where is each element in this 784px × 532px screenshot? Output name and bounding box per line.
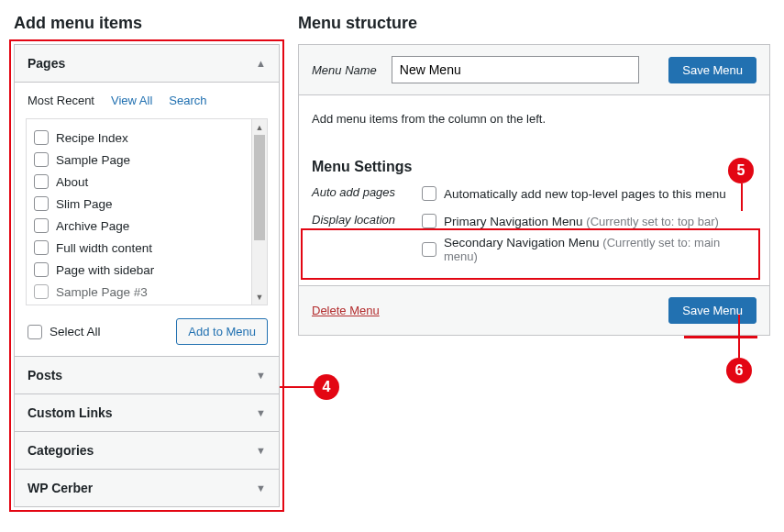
add-items-heading: Add menu items xyxy=(14,14,280,33)
auto-add-label: Auto add pages xyxy=(312,183,403,199)
checkbox[interactable] xyxy=(34,262,49,277)
caret-down-icon: ▼ xyxy=(256,407,266,418)
list-item[interactable]: Recipe Index xyxy=(32,127,246,149)
wp-cerber-header[interactable]: WP Cerber ▼ xyxy=(15,470,279,506)
display-location-label: Display location xyxy=(312,210,403,227)
menu-structure-heading: Menu structure xyxy=(298,14,770,33)
checkbox[interactable] xyxy=(34,130,49,145)
pages-list: Recipe Index Sample Page About Slim Page… xyxy=(27,119,251,305)
save-menu-button-bottom[interactable]: Save Menu xyxy=(668,297,756,324)
delete-menu-link[interactable]: Delete Menu xyxy=(312,304,380,317)
list-item[interactable]: Sample Page xyxy=(32,149,246,171)
scroll-thumb[interactable] xyxy=(254,135,265,240)
list-item[interactable]: Sample Page #3 xyxy=(32,281,246,303)
caret-up-icon: ▲ xyxy=(256,58,266,69)
custom-links-header[interactable]: Custom Links ▼ xyxy=(15,394,279,432)
scroll-up-icon[interactable]: ▲ xyxy=(252,119,267,135)
scrollbar[interactable]: ▲ ▼ xyxy=(251,119,267,305)
checkbox[interactable] xyxy=(34,218,49,233)
caret-down-icon: ▼ xyxy=(256,370,266,381)
checkbox[interactable] xyxy=(34,240,49,255)
list-item[interactable]: About xyxy=(32,171,246,193)
annotation-underline-6 xyxy=(684,336,757,338)
checkbox[interactable] xyxy=(34,174,49,189)
tab-view-all[interactable]: View All xyxy=(111,94,152,107)
annotation-badge-6: 6 xyxy=(726,358,752,383)
checkbox[interactable] xyxy=(34,284,49,299)
auto-add-checkbox-row[interactable]: Automatically add new top-level pages to… xyxy=(420,183,728,205)
tab-most-recent[interactable]: Most Recent xyxy=(28,94,94,107)
empty-message: Add menu items from the column on the le… xyxy=(312,112,756,126)
location-primary-row[interactable]: Primary Navigation Menu (Currently set t… xyxy=(420,210,756,232)
save-menu-button-top[interactable]: Save Menu xyxy=(668,57,756,83)
list-item[interactable]: Page with sidebar xyxy=(32,259,246,281)
posts-header[interactable]: Posts ▼ xyxy=(15,357,279,394)
pages-accordion: Pages ▲ Most Recent View All Search Reci… xyxy=(14,44,280,507)
categories-header[interactable]: Categories ▼ xyxy=(15,432,279,470)
checkbox[interactable] xyxy=(34,196,49,211)
scroll-down-icon[interactable]: ▼ xyxy=(252,289,267,305)
select-all-row[interactable]: Select All xyxy=(26,321,103,343)
checkbox[interactable] xyxy=(422,214,436,228)
list-item[interactable]: Slim Page xyxy=(32,193,246,215)
list-item[interactable]: Full width content xyxy=(32,237,246,259)
caret-down-icon: ▼ xyxy=(256,482,266,493)
checkbox[interactable] xyxy=(422,186,436,201)
checkbox[interactable] xyxy=(422,242,436,257)
menu-edit-panel: Menu Name Save Menu Add menu items from … xyxy=(298,44,770,336)
location-secondary-row[interactable]: Secondary Navigation Menu (Currently set… xyxy=(420,232,756,267)
menu-name-label: Menu Name xyxy=(312,63,377,77)
checkbox[interactable] xyxy=(28,325,42,339)
pages-title: Pages xyxy=(28,56,65,71)
menu-name-input[interactable] xyxy=(392,56,639,83)
checkbox[interactable] xyxy=(34,152,49,167)
list-item[interactable]: Archive Page xyxy=(32,215,246,237)
pages-header[interactable]: Pages ▲ xyxy=(15,45,279,83)
caret-down-icon: ▼ xyxy=(256,445,266,456)
menu-settings-heading: Menu Settings xyxy=(312,159,756,175)
add-to-menu-button[interactable]: Add to Menu xyxy=(176,318,268,345)
tab-search[interactable]: Search xyxy=(169,94,206,107)
